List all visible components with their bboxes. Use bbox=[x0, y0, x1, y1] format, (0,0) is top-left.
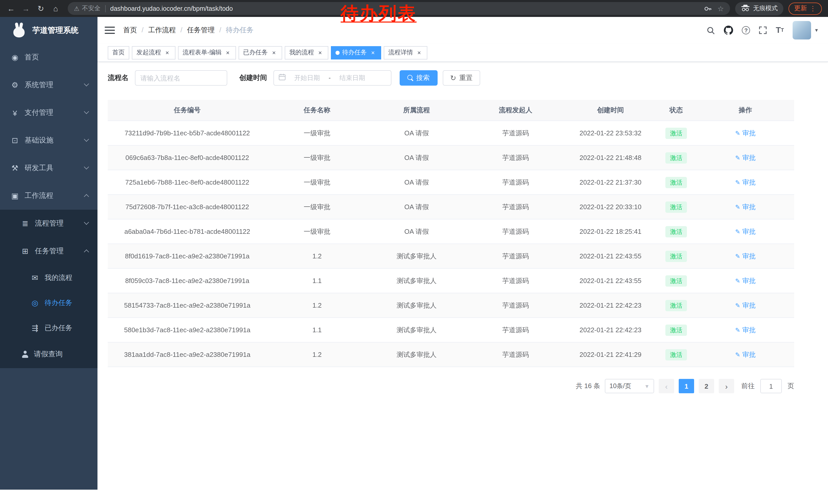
security-label[interactable]: 不安全 bbox=[82, 4, 100, 13]
approve-link[interactable]: ✎ 审批 bbox=[735, 276, 756, 285]
process-name-input[interactable] bbox=[135, 70, 227, 86]
chevron-up-icon bbox=[84, 249, 89, 255]
approve-link[interactable]: ✎ 审批 bbox=[735, 178, 756, 187]
sidebar-item-leave-query[interactable]: 请假查询 bbox=[0, 340, 97, 368]
tab-close-icon[interactable]: × bbox=[317, 49, 324, 56]
tab-close-icon[interactable]: × bbox=[271, 49, 278, 56]
home-icon[interactable]: ⌂ bbox=[49, 2, 63, 15]
cell-process: 测试多审批人 bbox=[367, 318, 466, 342]
sidebar-item-home[interactable]: ◉ 首页 bbox=[0, 44, 97, 71]
next-page-button[interactable]: › bbox=[719, 379, 734, 393]
search-icon[interactable] bbox=[706, 26, 715, 35]
cell-task-name: 一级审批 bbox=[267, 195, 367, 219]
approve-link[interactable]: ✎ 审批 bbox=[735, 129, 756, 138]
end-date-input[interactable] bbox=[334, 74, 371, 82]
cell-task-name: 一级审批 bbox=[267, 170, 367, 194]
cell-created: 2022-01-22 18:25:41 bbox=[565, 220, 656, 243]
col-actions: 操作 bbox=[697, 100, 794, 121]
tab-close-icon[interactable]: × bbox=[369, 49, 377, 56]
sidebar-item-label: 任务管理 bbox=[35, 246, 64, 256]
refresh-icon[interactable]: ↻ bbox=[34, 2, 48, 15]
status-badge: 激活 bbox=[665, 349, 687, 360]
tab[interactable]: 流程详情 × bbox=[384, 46, 427, 59]
sidebar-item-dev-tools[interactable]: ⚒ 研发工具 bbox=[0, 154, 97, 182]
breadcrumb-task-management[interactable]: 任务管理 bbox=[187, 26, 221, 35]
key-icon[interactable] bbox=[704, 4, 712, 12]
bookmark-star-icon[interactable]: ☆ bbox=[717, 4, 724, 12]
cell-created: 2022-01-21 22:43:55 bbox=[565, 269, 656, 293]
tab-close-icon[interactable]: × bbox=[164, 49, 171, 56]
github-icon[interactable] bbox=[724, 26, 733, 35]
approve-link[interactable]: ✎ 审批 bbox=[735, 251, 756, 261]
font-size-icon[interactable]: TT bbox=[776, 26, 784, 34]
edit-icon: ✎ bbox=[735, 154, 740, 161]
cell-created: 2022-01-22 21:48:48 bbox=[565, 146, 656, 170]
cell-process: OA 请假 bbox=[367, 195, 466, 219]
tab-label: 首页 bbox=[112, 48, 125, 57]
page-number-button[interactable]: 1 bbox=[679, 379, 694, 393]
breadcrumb-workflow[interactable]: 工作流程 bbox=[148, 26, 182, 35]
table-row: 73211d9d-7b9b-11ec-b5b7-acde48001122 一级审… bbox=[108, 121, 794, 145]
approve-link[interactable]: ✎ 审批 bbox=[735, 153, 756, 162]
approve-link[interactable]: ✎ 审批 bbox=[735, 350, 756, 359]
breadcrumb-home[interactable]: 首页 bbox=[123, 26, 143, 35]
cell-task-name: 1.2 bbox=[267, 244, 367, 268]
sidebar-item-payment-management[interactable]: ¥ 支付管理 bbox=[0, 99, 97, 127]
user-menu[interactable]: ▼ bbox=[793, 21, 819, 40]
app-title: 芋道管理系统 bbox=[32, 26, 79, 35]
status-badge: 激活 bbox=[665, 275, 687, 286]
approve-link[interactable]: ✎ 审批 bbox=[735, 301, 756, 310]
tab-close-icon[interactable]: × bbox=[224, 49, 232, 56]
sidebar-item-workflow[interactable]: ▣ 工作流程 bbox=[0, 182, 97, 210]
start-date-input[interactable] bbox=[289, 74, 326, 82]
approve-link[interactable]: ✎ 审批 bbox=[735, 325, 756, 334]
sidebar-item-my-processes[interactable]: ✉ 我的流程 bbox=[0, 265, 97, 290]
tab-label: 流程表单-编辑 bbox=[182, 48, 222, 57]
tab[interactable]: 流程表单-编辑 × bbox=[178, 46, 236, 59]
tab[interactable]: 发起流程 × bbox=[132, 46, 175, 59]
goto-suffix: 页 bbox=[787, 381, 794, 391]
search-button[interactable]: 搜索 bbox=[399, 70, 437, 86]
date-range-picker[interactable]: - bbox=[273, 70, 391, 86]
sidebar-item-task-management[interactable]: ⊞ 任务管理 bbox=[0, 237, 97, 265]
cell-task-id: a6aba0a4-7b6d-11ec-b781-acde48001122 bbox=[108, 220, 267, 243]
cell-task-name: 一级审批 bbox=[267, 146, 367, 170]
sidebar-item-infrastructure[interactable]: ⊡ 基础设施 bbox=[0, 127, 97, 154]
approve-link[interactable]: ✎ 审批 bbox=[735, 202, 756, 212]
update-button[interactable]: 更新 ⋮ bbox=[788, 2, 822, 15]
prev-page-button[interactable]: ‹ bbox=[659, 379, 674, 393]
sidebar-item-todo-tasks[interactable]: ◎ 待办任务 bbox=[0, 290, 97, 315]
sidebar-item-system-management[interactable]: ⚙ 系统管理 bbox=[0, 71, 97, 99]
cell-task-id: 069c6a63-7b8a-11ec-8ef0-acde48001122 bbox=[108, 146, 267, 170]
cell-process: OA 请假 bbox=[367, 121, 466, 145]
col-task-id: 任务编号 bbox=[108, 100, 267, 121]
status-badge: 激活 bbox=[665, 300, 687, 311]
url-text[interactable]: dashboard.yudao.iocoder.cn/bpm/task/todo bbox=[110, 5, 233, 12]
sidebar-collapse-icon[interactable] bbox=[105, 26, 115, 34]
avatar[interactable] bbox=[793, 21, 811, 40]
reset-button[interactable]: ↻ 重置 bbox=[443, 70, 480, 86]
sidebar-item-done-tasks[interactable]: ⇶ 已办任务 bbox=[0, 315, 97, 340]
tab[interactable]: 首页 × bbox=[108, 46, 129, 59]
page-size-select[interactable]: 10条/页 ▼ bbox=[605, 379, 654, 393]
tab-close-icon[interactable]: × bbox=[416, 49, 423, 56]
forward-icon[interactable]: → bbox=[19, 2, 33, 15]
page-number-button[interactable]: 2 bbox=[699, 379, 714, 393]
tab[interactable]: 我的流程 × bbox=[285, 46, 328, 59]
help-icon[interactable]: ? bbox=[742, 26, 750, 34]
tab[interactable]: 待办任务 × bbox=[331, 46, 381, 59]
cell-initiator: 芋道源码 bbox=[466, 293, 565, 317]
fullscreen-icon[interactable] bbox=[759, 26, 767, 34]
col-created: 创建时间 bbox=[565, 100, 656, 121]
app-logo[interactable]: 芋道管理系统 bbox=[0, 17, 97, 44]
back-icon[interactable]: ← bbox=[4, 2, 18, 15]
goto-page-input[interactable] bbox=[760, 379, 782, 393]
table-body: 73211d9d-7b9b-11ec-b5b7-acde48001122 一级审… bbox=[108, 121, 794, 367]
tools-icon: ⚒ bbox=[10, 164, 20, 173]
tab[interactable]: 已办任务 × bbox=[239, 46, 282, 59]
approve-link[interactable]: ✎ 审批 bbox=[735, 227, 756, 236]
browser-menu-icon[interactable]: ⋮ bbox=[810, 5, 816, 12]
sidebar-item-label: 系统管理 bbox=[25, 81, 53, 90]
app-header: 首页 工作流程 任务管理 待办任务 ? TT bbox=[97, 17, 828, 44]
sidebar-item-process-management[interactable]: ≣ 流程管理 bbox=[0, 210, 97, 237]
